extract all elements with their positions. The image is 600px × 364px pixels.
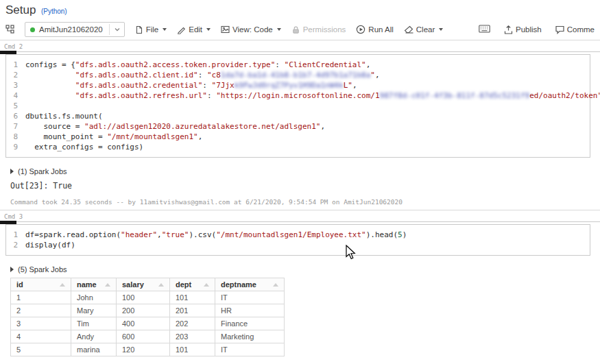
sort-icon[interactable] [60,283,65,287]
cell-handle[interactable] [0,51,16,54]
column-label: deptname [221,280,256,289]
spark-jobs-label: (5) Spark Jobs [18,265,67,274]
spark-jobs-label: (1) Spark Jobs [18,167,67,175]
notebook-language: (Python) [41,8,67,15]
table-header-name[interactable]: name [71,278,117,291]
table-cell: 3 [11,317,71,330]
notebook-cell-cmd3: 1df=spark.read.option("header","true").c… [0,221,600,362]
file-icon [135,25,143,34]
notebook-cell-cmd2: 1configs = {"dfs.adls.oauth2.access.toke… [0,51,600,210]
line-number: 7 [6,121,25,132]
file-menu[interactable]: File [135,25,167,34]
caret-right-icon [10,169,14,174]
table-header-salary[interactable]: salary [117,278,170,291]
publish-icon [504,25,513,34]
code-editor-cmd3[interactable]: 1df=spark.read.option("header","true").c… [5,224,590,256]
table-cell: IT [215,343,285,356]
lock-icon [291,25,300,34]
caret-down-icon [206,28,211,31]
cluster-name: AmitJun21062020 [39,25,103,34]
result-table: idnamesalarydeptdeptname 1John100101IT2M… [10,278,285,356]
table-cell: 4 [11,330,71,343]
code-line: 6dbutils.fs.mount( [6,111,587,121]
clear-menu[interactable]: Clear [404,25,443,34]
table-cell: IT [215,291,285,304]
notebook-title: Setup [5,3,36,16]
line-number: 5 [6,101,25,111]
sort-icon[interactable] [204,283,209,287]
table-cell: Tim [71,317,117,330]
cell-output: Out[23]: True [10,181,590,191]
sort-icon[interactable] [273,283,278,287]
column-label: name [77,280,97,289]
sort-icon[interactable] [158,283,164,287]
workflow-icon[interactable] [5,25,14,35]
sort-icon[interactable] [105,283,110,287]
table-row: 4Andy600203Marketing [11,330,285,343]
code-line: 5 [6,101,587,111]
view-menu[interactable]: View: Code [221,25,281,34]
table-cell: Andy [71,330,117,343]
caret-right-icon [10,267,14,272]
code-line: 2 "dfs.adls.oauth2.client.id": "c81da7d-… [6,70,587,80]
table-row: 2Mary200201HR [11,304,285,317]
cell-execution-info: Command took 24.35 seconds -- by 11amitv… [10,198,590,206]
chevron-down-icon [114,27,121,32]
line-number: 1 [6,230,25,240]
table-cell: 2 [11,304,71,317]
code-line: 2display(df) [6,240,587,250]
table-header-id[interactable]: id [11,278,71,291]
table-cell: Marketing [215,330,285,343]
table-cell: 1 [11,291,71,304]
run-all-label: Run All [368,25,393,34]
shortcuts-button[interactable] [479,25,490,34]
table-cell: 120 [117,343,170,356]
table-cell: 101 [170,291,215,304]
edit-menu[interactable]: Edit [177,25,211,34]
table-row: 3Tim400202Finance [11,317,285,330]
line-number: 2 [6,70,25,80]
table-header-dept[interactable]: dept [170,278,215,291]
notebook-header: Setup (Python) [0,0,600,19]
caret-down-icon [277,28,281,31]
pencil-icon [177,25,186,34]
table-cell: 600 [117,330,170,343]
run-all-button[interactable]: Run All [356,25,393,34]
code-line: 9 extra_configs = configs) [6,142,587,152]
spark-jobs-toggle-cmd3[interactable]: (5) Spark Jobs [10,265,590,274]
toolbar-right-group: Publish Comme [479,25,595,34]
cmd3-label: Cmd 3 [0,210,600,221]
table-cell: 202 [170,317,215,330]
clear-menu-label: Clear [416,25,435,34]
line-number: 9 [6,142,25,152]
permissions-button: Permissions [291,25,346,34]
keyboard-icon [479,25,490,33]
caret-down-icon [439,28,443,31]
cell-handle[interactable] [0,221,16,224]
code-editor-cmd2[interactable]: 1configs = {"dfs.adls.oauth2.access.toke… [5,54,590,158]
column-label: id [16,280,23,289]
cluster-selector[interactable]: AmitJun21062020 [25,22,125,37]
table-cell: 100 [117,291,170,304]
file-menu-label: File [146,25,159,34]
spark-jobs-toggle-cmd2[interactable]: (1) Spark Jobs [10,167,590,175]
table-header-deptname[interactable]: deptname [215,278,285,291]
comments-button[interactable]: Comme [555,25,595,34]
cmd2-label: Cmd 2 [0,40,600,51]
divider [109,24,110,35]
table-row: 1John100101IT [11,291,285,304]
line-number: 1 [6,60,25,70]
table-cell: 201 [170,304,215,317]
column-label: dept [176,280,191,289]
table-cell: 5 [11,343,71,356]
line-number: 3 [6,80,25,90]
publish-label: Publish [516,25,542,34]
eraser-icon [404,25,413,34]
publish-button[interactable]: Publish [504,25,542,34]
code-line: 1configs = {"dfs.adls.oauth2.access.toke… [6,60,587,70]
table-cell: Finance [215,317,285,330]
code-line: 1df=spark.read.option("header","true").c… [6,230,587,240]
line-number: 6 [6,111,25,121]
table-cell: 203 [170,330,215,343]
comments-label: Comme [567,25,595,34]
